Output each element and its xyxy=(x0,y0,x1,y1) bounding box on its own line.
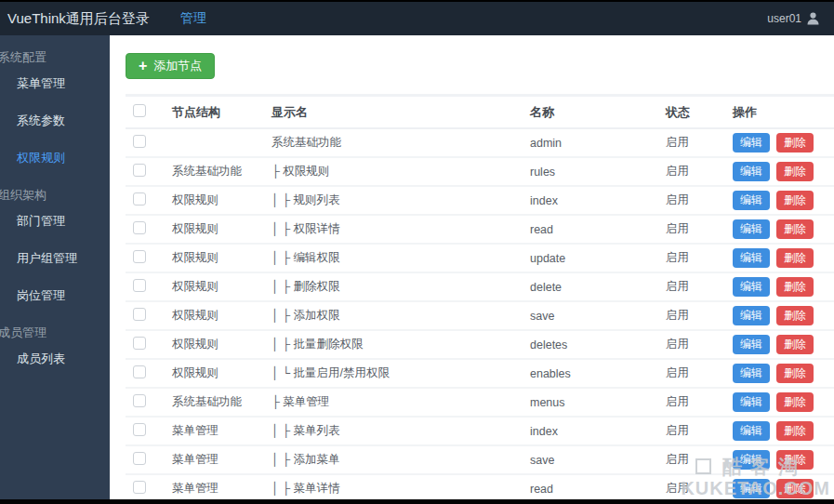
sidebar-item-岗位管理[interactable]: 岗位管理 xyxy=(0,277,110,314)
edit-button[interactable]: 编辑 xyxy=(733,162,770,181)
table-row: 权限规则│ ├ 规则列表index启用编辑删除 xyxy=(126,187,834,216)
add-node-button[interactable]: + 添加节点 xyxy=(126,53,215,79)
cell-name: enables xyxy=(530,367,666,380)
row-checkbox-cell xyxy=(126,337,165,352)
cell-actions: 编辑删除 xyxy=(733,248,834,268)
cell-status: 启用 xyxy=(666,452,733,468)
table-row: 权限规则│ ├ 删除权限delete启用编辑删除 xyxy=(126,273,834,302)
delete-button[interactable]: 删除 xyxy=(776,191,814,210)
cell-status: 启用 xyxy=(666,135,733,151)
cell-name: read xyxy=(530,483,666,496)
row-checkbox[interactable] xyxy=(133,135,146,148)
cell-name: index xyxy=(530,194,666,207)
cell-actions: 编辑删除 xyxy=(733,450,834,470)
row-checkbox[interactable] xyxy=(133,423,146,436)
row-checkbox[interactable] xyxy=(133,481,146,494)
edit-button[interactable]: 编辑 xyxy=(733,335,770,354)
app-title: VueThink通用后台登录 xyxy=(7,10,150,28)
edit-button[interactable]: 编辑 xyxy=(733,133,770,153)
delete-button[interactable]: 删除 xyxy=(776,450,814,470)
delete-button[interactable]: 删除 xyxy=(776,248,814,268)
row-checkbox[interactable] xyxy=(133,365,146,378)
edit-button[interactable]: 编辑 xyxy=(733,191,770,210)
sidebar-item-用户组管理[interactable]: 用户组管理 xyxy=(0,240,110,277)
row-checkbox[interactable] xyxy=(133,192,146,206)
col-name: 名称 xyxy=(530,104,666,121)
edit-button[interactable]: 编辑 xyxy=(733,479,770,498)
user-avatar-icon xyxy=(807,12,819,25)
cell-node-structure: 菜单管理 xyxy=(165,481,271,497)
table-row: 权限规则│ ├ 批量删除权限deletes启用编辑删除 xyxy=(126,331,834,360)
topbar: VueThink通用后台登录 管理 user01 xyxy=(0,2,834,35)
cell-name: deletes xyxy=(530,338,666,351)
cell-display-name: │ ├ 菜单详情 xyxy=(271,481,530,497)
select-all-checkbox[interactable] xyxy=(133,104,146,117)
cell-node-structure: 权限规则 xyxy=(165,221,271,237)
delete-button[interactable]: 删除 xyxy=(776,364,814,383)
delete-button[interactable]: 删除 xyxy=(776,479,814,498)
cell-actions: 编辑删除 xyxy=(733,277,834,297)
cell-actions: 编辑删除 xyxy=(733,191,834,210)
delete-button[interactable]: 删除 xyxy=(776,392,814,412)
cell-actions: 编辑删除 xyxy=(733,364,834,383)
row-checkbox[interactable] xyxy=(133,279,146,292)
sidebar-item-菜单管理[interactable]: 菜单管理 xyxy=(0,65,110,102)
row-checkbox[interactable] xyxy=(133,452,146,465)
row-checkbox[interactable] xyxy=(133,337,146,350)
edit-button[interactable]: 编辑 xyxy=(733,219,770,239)
cell-display-name: │ └ 批量启用/禁用权限 xyxy=(271,365,530,381)
row-checkbox[interactable] xyxy=(133,164,146,177)
row-checkbox-cell xyxy=(126,135,165,151)
delete-button[interactable]: 删除 xyxy=(776,162,814,181)
row-checkbox[interactable] xyxy=(133,394,146,407)
edit-button[interactable]: 编辑 xyxy=(733,421,770,441)
delete-button[interactable]: 删除 xyxy=(776,421,814,441)
edit-button[interactable]: 编辑 xyxy=(733,306,770,325)
plus-icon: + xyxy=(139,59,147,73)
delete-button[interactable]: 删除 xyxy=(776,219,814,239)
cell-actions: 编辑删除 xyxy=(733,133,834,153)
nav-item-manage[interactable]: 管理 xyxy=(180,10,206,27)
sidebar-item-权限规则[interactable]: 权限规则 xyxy=(0,139,110,177)
cell-name: index xyxy=(530,425,666,438)
edit-button[interactable]: 编辑 xyxy=(733,392,770,412)
cell-display-name: │ ├ 编辑权限 xyxy=(271,250,530,266)
user-menu[interactable]: user01 xyxy=(767,12,819,25)
row-checkbox-cell xyxy=(126,481,165,497)
cell-status: 启用 xyxy=(666,221,733,237)
row-checkbox[interactable] xyxy=(133,250,146,263)
cell-name: update xyxy=(530,252,666,265)
cell-node-structure: 权限规则 xyxy=(165,250,271,266)
cell-node-structure: 菜单管理 xyxy=(165,452,271,468)
cell-node-structure: 权限规则 xyxy=(165,279,271,295)
row-checkbox-cell xyxy=(126,192,165,208)
sidebar-item-系统参数[interactable]: 系统参数 xyxy=(0,102,110,139)
row-checkbox-cell xyxy=(126,423,165,439)
cell-display-name: 系统基础功能 xyxy=(271,135,530,151)
cell-node-structure: 权限规则 xyxy=(165,337,271,352)
cell-actions: 编辑删除 xyxy=(733,392,834,412)
add-node-label: 添加节点 xyxy=(153,58,202,74)
table-row: 系统基础功能admin启用编辑删除 xyxy=(126,129,834,158)
edit-button[interactable]: 编辑 xyxy=(733,277,770,297)
cell-status: 启用 xyxy=(666,250,733,266)
table-row: 权限规则│ ├ 权限详情read启用编辑删除 xyxy=(126,216,834,245)
delete-button[interactable]: 删除 xyxy=(776,277,814,297)
nodes-table: 节点结构 显示名 名称 状态 操作 系统基础功能admin启用编辑删除系统基础功… xyxy=(126,94,834,504)
cell-node-structure: 权限规则 xyxy=(165,192,271,208)
row-checkbox[interactable] xyxy=(133,308,146,321)
table-row: 权限规则│ ├ 添加权限save启用编辑删除 xyxy=(126,302,834,331)
delete-button[interactable]: 删除 xyxy=(776,133,814,153)
row-checkbox[interactable] xyxy=(133,221,146,234)
delete-button[interactable]: 删除 xyxy=(776,335,814,354)
sidebar-item-部门管理[interactable]: 部门管理 xyxy=(0,203,110,240)
edit-button[interactable]: 编辑 xyxy=(733,248,770,268)
sidebar-item-成员列表[interactable]: 成员列表 xyxy=(0,340,110,378)
edit-button[interactable]: 编辑 xyxy=(733,364,770,383)
delete-button[interactable]: 删除 xyxy=(776,306,814,325)
table-header: 节点结构 显示名 名称 状态 操作 xyxy=(126,97,834,129)
cell-status: 启用 xyxy=(666,192,733,208)
cell-display-name: │ ├ 添加权限 xyxy=(271,308,530,324)
edit-button[interactable]: 编辑 xyxy=(733,450,770,470)
sidebar-section-label: 成员管理 xyxy=(0,325,110,340)
